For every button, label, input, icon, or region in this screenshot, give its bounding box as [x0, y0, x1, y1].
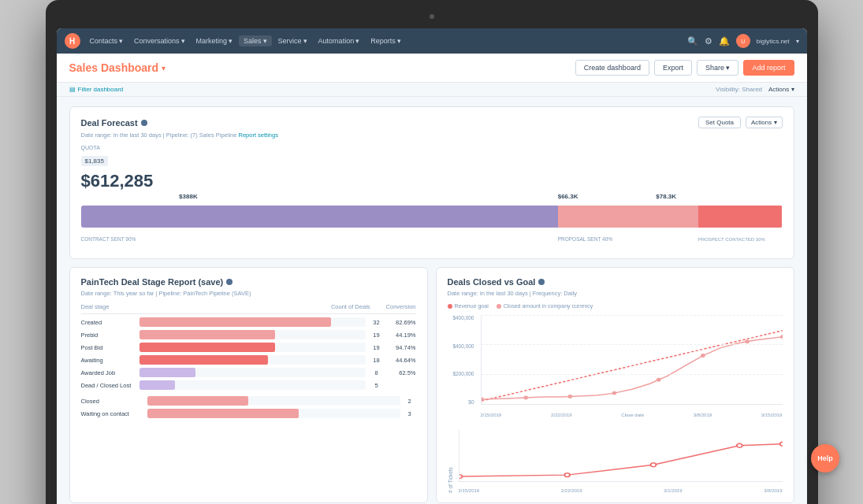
forecast-amount: $612,285 — [81, 171, 783, 191]
svg-point-12 — [779, 442, 782, 446]
legend-revenue-goal: Revenue goal — [448, 303, 489, 309]
nav-automation[interactable]: Automation ▾ — [314, 35, 365, 46]
table-row: Prebid 19 44.19% — [81, 330, 416, 339]
two-column-section: PainTech Deal Stage Report (save) Date r… — [69, 267, 794, 504]
nav-contacts[interactable]: Contacts ▾ — [85, 35, 128, 46]
deal-forecast-card: Deal Forecast Set Quota Actions ▾ Date r… — [69, 106, 794, 259]
y-axis-label: # of Tickets — [448, 467, 453, 493]
legend-closed-amount: Closed amount in company currency — [497, 303, 593, 309]
status-row-waiting: Waiting on contact 3 — [81, 409, 416, 418]
table-row: Awarded Job 8 62.5% — [81, 368, 416, 377]
table-row: Created 32 82.69% — [81, 317, 416, 327]
table-row: Awaiting 18 44.64% — [81, 355, 416, 365]
chevron-icon: ▾ — [263, 37, 267, 45]
bar-proposal-sent — [558, 206, 698, 228]
legend-dot-closed — [497, 304, 501, 309]
page-title: Sales Dashboard — [69, 61, 159, 74]
paintech-info-icon — [226, 279, 232, 285]
quota-label: QUOTA — [81, 145, 783, 150]
page-subheader: Sales Dashboard ▾ Create dashboard Expor… — [57, 54, 807, 83]
forecast-bar-visual — [81, 206, 783, 228]
ticket-chart: # of Tickets — [448, 430, 783, 493]
actions-chevron-icon: ▾ — [774, 119, 777, 126]
chevron-icon: ▾ — [303, 37, 307, 45]
ticket-plot — [459, 430, 783, 482]
table-row: Post Bid 19 94.74% — [81, 343, 416, 352]
nav-reports[interactable]: Reports ▾ — [366, 35, 406, 46]
deals-closed-info-icon — [538, 279, 545, 285]
ticket-line — [459, 444, 783, 476]
title-chevron-icon[interactable]: ▾ — [162, 64, 166, 72]
deal-stage-table-header: Deal stage Count of Deals Conversion — [81, 303, 416, 314]
bar-contract-sent — [81, 206, 558, 228]
visibility-label: Visibility: Shared — [716, 86, 762, 93]
filter-bar: ▤ Filter dashboard Visibility: Shared Ac… — [57, 83, 807, 97]
search-icon[interactable]: 🔍 — [687, 36, 698, 46]
ticket-svg — [459, 430, 783, 481]
deals-closed-card: Deals Closed vs Goal Date range: In the … — [436, 267, 794, 503]
chevron-icon: ▾ — [397, 37, 401, 45]
settings-icon[interactable]: ⚙ — [705, 36, 712, 46]
nav-sales[interactable]: Sales ▾ — [239, 35, 272, 46]
create-dashboard-button[interactable]: Create dashboard — [575, 60, 649, 76]
forecast-bar: $388K $66.3K $78.3K CONTRACT SENT 90% — [81, 193, 783, 244]
notifications-icon[interactable]: 🔔 — [719, 36, 730, 46]
deal-forecast-actions-button[interactable]: Actions ▾ — [746, 117, 782, 128]
quota-value: $1,835 — [81, 156, 108, 166]
bar-label-proposal: $66.3K — [558, 193, 578, 200]
deal-stage-rows: Created 32 82.69% Prebid 19 44.19% — [81, 317, 416, 390]
bar-sublabel-proposal: PROPOSAL SENT 40% — [558, 236, 612, 242]
share-button[interactable]: Share ▾ — [697, 60, 739, 76]
svg-point-10 — [650, 463, 656, 467]
filter-icon: ▤ — [69, 86, 76, 93]
actions-dropdown[interactable]: Actions ▾ — [768, 86, 794, 93]
filter-dashboard-link[interactable]: ▤ Filter dashboard — [69, 86, 124, 93]
chart-legend: Revenue goal Closed amount in company cu… — [448, 303, 783, 309]
deal-status-section: Closed 2 Waiting on contact 3 — [81, 396, 416, 418]
deal-forecast-title: Deal Forecast — [81, 118, 147, 128]
set-quota-button[interactable]: Set Quota — [698, 117, 741, 128]
info-icon — [141, 120, 147, 126]
help-button[interactable]: Help — [811, 444, 839, 472]
svg-point-9 — [564, 473, 570, 477]
nav-items-list: Contacts ▾ Conversations ▾ Marketing ▾ S… — [85, 35, 683, 46]
nav-service[interactable]: Service ▾ — [273, 35, 312, 46]
nav-conversations[interactable]: Conversations ▾ — [129, 35, 190, 46]
actions-chevron-icon: ▾ — [791, 86, 794, 93]
paintech-meta: Date range: This year so far | Pipeline:… — [81, 290, 416, 297]
deals-closed-header: Deals Closed vs Goal — [448, 277, 783, 287]
bar-label-contract: $388K — [179, 193, 198, 200]
share-chevron-icon: ▾ — [726, 64, 730, 72]
chevron-icon: ▾ — [181, 37, 185, 45]
svg-point-11 — [736, 443, 742, 447]
bar-sublabel-contract: CONTRACT SENT 90% — [81, 236, 136, 242]
hubspot-logo[interactable]: H — [65, 33, 80, 49]
deals-closed-title: Deals Closed vs Goal — [448, 277, 545, 287]
paintech-report-card: PainTech Deal Stage Report (save) Date r… — [69, 267, 428, 503]
svg-point-8 — [459, 475, 462, 479]
paintech-header: PainTech Deal Stage Report (save) — [81, 277, 416, 287]
bar-label-prospect: $78.3K — [656, 193, 676, 200]
account-chevron-icon[interactable]: ▾ — [796, 38, 799, 45]
status-row-closed: Closed 2 — [81, 396, 416, 406]
add-report-button[interactable]: Add report — [743, 60, 794, 76]
line-chart: $400,000 $400,000 $200,000 $0 — [448, 315, 783, 417]
paintech-title: PainTech Deal Stage Report (save) — [81, 277, 233, 287]
bar-prospect-contacted — [698, 206, 783, 228]
report-settings-link[interactable]: Report settings — [239, 132, 278, 139]
main-content-area: Deal Forecast Set Quota Actions ▾ Date r… — [57, 97, 807, 504]
chevron-icon: ▾ — [355, 37, 359, 45]
chevron-icon: ▾ — [229, 37, 232, 45]
export-button[interactable]: Export — [654, 60, 692, 76]
deals-closed-meta: Date range: In the last 30 days | Freque… — [448, 290, 783, 297]
chart-y-axis: $400,000 $400,000 $200,000 $0 — [448, 315, 478, 405]
chevron-icon: ▾ — [119, 37, 123, 45]
bar-sublabel-prospect: PROSPECT CONTACTED 30% — [698, 237, 765, 242]
top-navigation: H Contacts ▾ Conversations ▾ Marketing ▾… — [57, 28, 807, 54]
header-action-buttons: Create dashboard Export Share ▾ Add repo… — [575, 60, 794, 76]
deal-forecast-meta: Date range: In the last 30 days | Pipeli… — [81, 132, 783, 139]
nav-right-actions: 🔍 ⚙ 🔔 U biglytics.net ▾ — [687, 34, 799, 48]
legend-dot-goal — [448, 304, 452, 309]
user-avatar[interactable]: U — [736, 34, 750, 48]
nav-marketing[interactable]: Marketing ▾ — [192, 35, 238, 46]
